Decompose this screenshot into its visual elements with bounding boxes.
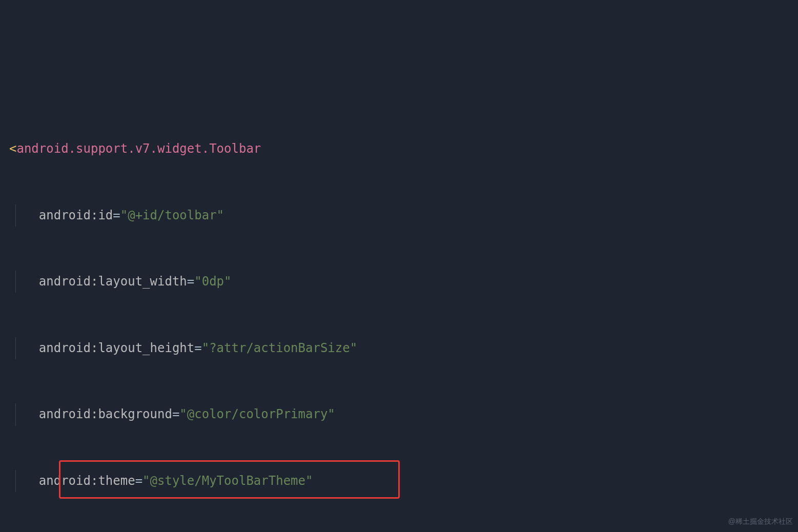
indent-guide	[15, 337, 16, 359]
equals: =	[113, 208, 120, 222]
quote: "	[328, 407, 335, 421]
code-line[interactable]: android:layout_width="0dp"	[0, 271, 798, 293]
equals: =	[187, 274, 194, 289]
watermark-text: @稀土掘金技术社区	[728, 515, 793, 528]
code-editor-viewport[interactable]: <android.support.v7.widget.Toolbar andro…	[0, 94, 798, 532]
indent-guide	[15, 403, 16, 425]
quote: "	[194, 274, 201, 289]
quote: "	[179, 407, 187, 421]
xml-attr-value: 0dp	[202, 274, 224, 289]
code-line[interactable]: android:id="@+id/toolbar"	[0, 204, 798, 227]
xml-attr-name: android:layout_width	[39, 274, 187, 289]
tag-open-bracket: <	[9, 141, 16, 156]
equals: =	[135, 474, 142, 488]
xml-attr-value: @+id/toolbar	[128, 208, 216, 222]
xml-attr-name: android:background	[39, 407, 172, 421]
quote: "	[120, 208, 128, 222]
equals: =	[172, 407, 179, 421]
xml-attr-name: android:id	[39, 208, 113, 222]
quote: "	[224, 274, 231, 289]
xml-attr-name: android:layout_height	[39, 341, 194, 355]
quote: "	[202, 341, 209, 355]
xml-tag-name: android.support.v7.widget.Toolbar	[16, 141, 261, 156]
quote: "	[142, 474, 150, 488]
indent-guide	[15, 470, 16, 492]
indent-guide	[15, 271, 16, 293]
code-line[interactable]: <android.support.v7.widget.Toolbar	[0, 138, 798, 160]
equals: =	[194, 341, 201, 355]
xml-attr-value: ?attr/actionBarSize	[209, 341, 350, 355]
quote: "	[350, 341, 357, 355]
code-line[interactable]: android:background="@color/colorPrimary"	[0, 403, 798, 425]
code-line[interactable]: android:layout_height="?attr/actionBarSi…	[0, 337, 798, 359]
xml-attr-value: @style/MyToolBarTheme	[150, 474, 305, 488]
xml-attr-name: android:theme	[39, 474, 135, 488]
quote: "	[305, 474, 313, 488]
indent-guide	[15, 204, 16, 227]
quote: "	[217, 208, 224, 222]
xml-attr-value: @color/colorPrimary	[187, 407, 328, 421]
code-line[interactable]: android:theme="@style/MyToolBarTheme"	[0, 470, 798, 492]
